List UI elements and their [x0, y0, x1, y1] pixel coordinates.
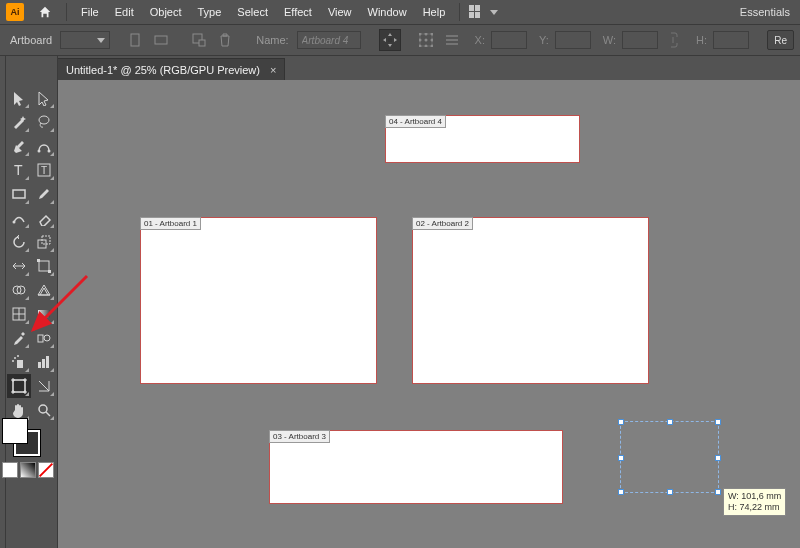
home-button[interactable]	[30, 5, 60, 19]
menu-object[interactable]: Object	[142, 6, 190, 18]
move-artwork-toggle[interactable]	[379, 29, 401, 51]
svg-rect-4	[131, 34, 139, 46]
touch-type-tool[interactable]: T	[32, 158, 56, 182]
svg-point-14	[424, 39, 427, 42]
artboard-tool[interactable]	[7, 374, 31, 398]
column-graph-tool[interactable]	[32, 350, 56, 374]
svg-rect-41	[37, 259, 40, 262]
dimension-readout: W: 101,6 mmH: 74,22 mm	[723, 488, 786, 516]
document-tab-title: Untitled-1* @ 25% (RGB/GPU Preview)	[66, 64, 260, 76]
none-mode[interactable]	[38, 462, 54, 478]
svg-point-10	[419, 33, 422, 36]
w-input[interactable]	[622, 31, 658, 49]
svg-rect-28	[17, 360, 23, 368]
svg-rect-40	[39, 261, 49, 271]
svg-rect-20	[446, 39, 458, 41]
document-tabstrip: Untitled-1* @ 25% (RGB/GPU Preview) ×	[58, 56, 285, 80]
new-artboard-drag[interactable]	[620, 421, 719, 493]
y-input[interactable]	[555, 31, 591, 49]
magic-wand-tool[interactable]	[7, 110, 31, 134]
workspace-switcher[interactable]: Essentials	[730, 6, 800, 18]
width-tool[interactable]	[7, 254, 31, 278]
artboard-3[interactable]: 03 - Artboard 3	[269, 430, 563, 504]
menu-view[interactable]: View	[320, 6, 360, 18]
artboard-1[interactable]: 01 - Artboard 1	[140, 217, 377, 384]
rectangle-tool[interactable]	[7, 182, 31, 206]
tool-label: Artboard	[6, 34, 56, 46]
h-input[interactable]	[713, 31, 749, 49]
mesh-tool[interactable]	[7, 302, 31, 326]
svg-point-11	[424, 33, 427, 36]
reference-point-button[interactable]	[415, 29, 437, 51]
scale-tool[interactable]	[32, 230, 56, 254]
canvas[interactable]: 04 - Artboard 4 01 - Artboard 1 02 - Art…	[58, 80, 800, 548]
svg-point-30	[17, 355, 19, 357]
svg-point-29	[14, 357, 16, 359]
menu-select[interactable]: Select	[229, 6, 276, 18]
paintbrush-tool[interactable]	[32, 182, 56, 206]
draw-mode-row	[2, 462, 56, 478]
blend-tool[interactable]	[32, 326, 56, 350]
svg-rect-48	[46, 356, 49, 368]
artboard-label: 03 - Artboard 3	[269, 430, 330, 443]
menubar: Ai File Edit Object Type Select Effect V…	[0, 0, 800, 24]
curvature-tool[interactable]	[32, 134, 56, 158]
x-input[interactable]	[491, 31, 527, 49]
gradient-mode[interactable]	[20, 462, 36, 478]
shaper-tool[interactable]	[7, 206, 31, 230]
h-label: H:	[696, 34, 707, 46]
svg-rect-46	[38, 362, 41, 368]
gradient-tool[interactable]	[32, 302, 56, 326]
artboard-2[interactable]: 02 - Artboard 2	[412, 217, 649, 384]
link-wh-button[interactable]	[662, 29, 684, 51]
eyedropper-tool[interactable]	[7, 326, 31, 350]
new-artboard-button[interactable]	[188, 29, 210, 51]
svg-point-13	[419, 39, 422, 42]
reference-point-icon	[419, 33, 433, 47]
svg-rect-1	[475, 5, 480, 11]
close-icon[interactable]: ×	[270, 64, 276, 76]
control-bar: Artboard Name: X: Y: W: H: Re	[0, 24, 800, 56]
svg-rect-47	[42, 359, 45, 368]
artboard-4[interactable]: 04 - Artboard 4	[385, 115, 580, 163]
menu-type[interactable]: Type	[190, 6, 230, 18]
menu-edit[interactable]: Edit	[107, 6, 142, 18]
arrange-documents-button[interactable]	[466, 5, 500, 19]
menu-help[interactable]: Help	[415, 6, 454, 18]
artboard-options-button[interactable]	[441, 29, 463, 51]
orientation-landscape-button[interactable]	[150, 29, 172, 51]
free-transform-tool[interactable]	[32, 254, 56, 278]
perspective-grid-tool[interactable]	[32, 278, 56, 302]
pen-tool[interactable]	[7, 134, 31, 158]
menu-effect[interactable]: Effect	[276, 6, 320, 18]
color-mode[interactable]	[2, 462, 18, 478]
document-tab[interactable]: Untitled-1* @ 25% (RGB/GPU Preview) ×	[58, 58, 285, 80]
preset-dropdown[interactable]	[60, 31, 110, 49]
delete-artboard-button[interactable]	[214, 29, 236, 51]
selection-tool[interactable]	[7, 86, 31, 110]
svg-text:T: T	[14, 162, 23, 178]
symbol-sprayer-tool[interactable]	[7, 350, 31, 374]
type-tool[interactable]: T	[7, 158, 31, 182]
menu-window[interactable]: Window	[360, 6, 415, 18]
rearrange-button[interactable]: Re	[767, 30, 794, 50]
fill-swatch[interactable]	[2, 418, 28, 444]
svg-rect-19	[446, 35, 458, 37]
svg-rect-7	[199, 40, 205, 46]
svg-rect-8	[388, 38, 392, 42]
home-icon	[38, 5, 52, 19]
menu-file[interactable]: File	[73, 6, 107, 18]
y-label: Y:	[539, 34, 549, 46]
eraser-tool[interactable]	[32, 206, 56, 230]
shape-builder-tool[interactable]	[7, 278, 31, 302]
app-logo[interactable]: Ai	[0, 0, 30, 24]
slice-tool[interactable]	[32, 374, 56, 398]
fill-stroke-swatches[interactable]	[2, 418, 40, 456]
orientation-portrait-button[interactable]	[124, 29, 146, 51]
direct-selection-tool[interactable]	[32, 86, 56, 110]
lasso-tool[interactable]	[32, 110, 56, 134]
rotate-tool[interactable]	[7, 230, 31, 254]
artboard-name-input[interactable]	[297, 31, 361, 49]
svg-rect-5	[155, 36, 167, 44]
svg-rect-23	[13, 190, 25, 198]
